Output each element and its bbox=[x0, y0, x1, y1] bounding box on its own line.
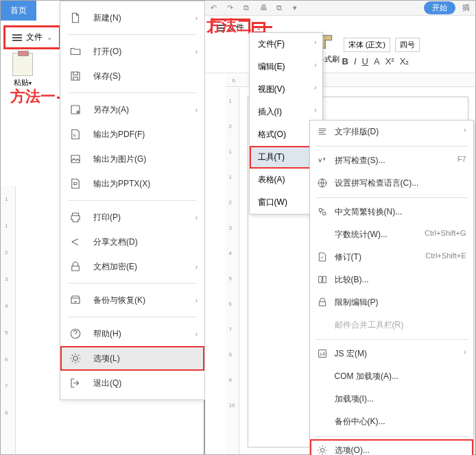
exit-icon bbox=[69, 377, 82, 389]
menu-item-backup[interactable]: 备份与恢复(K)› bbox=[60, 288, 204, 312]
underline-button[interactable]: U bbox=[362, 56, 368, 66]
file-menu-button[interactable]: 文件 ⌄ bbox=[7, 29, 58, 46]
classic-menu-文件[interactable]: 文件(F)› bbox=[250, 33, 322, 56]
tools-item[interactable]: 字数统计(W)...Ctrl+Shift+G bbox=[310, 223, 473, 246]
file-dropdown-menu: 新建(N)›打开(O)›保存(S)另存为(A)›输出为PDF(F)输出为图片(G… bbox=[60, 1, 205, 400]
tools-item[interactable]: COM 加载项(A)... bbox=[310, 365, 473, 388]
tab-home[interactable]: 首页 bbox=[1, 1, 36, 21]
tools-item[interactable]: 设置拼写检查语言(C)... bbox=[310, 172, 473, 195]
menu-label: 修订(T) bbox=[335, 252, 361, 262]
saveas-icon bbox=[69, 103, 82, 116]
menu-item-help[interactable]: 帮助(H)› bbox=[60, 321, 204, 346]
menu-item-pptx[interactable]: 输出为PPTX(X) bbox=[60, 171, 204, 196]
insert-tab[interactable]: 插 bbox=[462, 3, 470, 13]
rev-icon bbox=[317, 251, 328, 262]
tools-item[interactable]: 选项(O)... bbox=[310, 439, 473, 455]
menu-item-saveas[interactable]: 另存为(A)› bbox=[60, 97, 204, 122]
superscript-button[interactable]: X² bbox=[385, 56, 394, 66]
lock-icon bbox=[69, 260, 82, 273]
tools-item[interactable]: 修订(T)Ctrl+Shift+E bbox=[310, 246, 473, 269]
menu-item-share[interactable]: 分享文档(D) bbox=[60, 230, 204, 254]
tools-submenu: 文字排版(D)›拼写检查(S)...F7设置拼写检查语言(C)...中文简繁转换… bbox=[309, 120, 474, 455]
clipboard-icon bbox=[12, 53, 33, 76]
menu-item-label: 帮助(H) bbox=[93, 328, 121, 340]
menu-item-print[interactable]: 打印(P)› bbox=[60, 205, 204, 230]
menu-label: 设置拼写检查语言(C)... bbox=[335, 178, 419, 188]
classic-menu-视图[interactable]: 视图(V)› bbox=[250, 78, 322, 101]
tools-item[interactable]: 比较(B)... bbox=[310, 269, 473, 291]
menu-item-label: 输出为PDF(F) bbox=[93, 129, 145, 140]
tools-item[interactable]: JS 宏(M)› bbox=[310, 343, 473, 365]
menu-item-label: 新建(N) bbox=[93, 12, 121, 24]
menu-item-label: 分享文档(D) bbox=[93, 236, 138, 248]
italic-button[interactable]: I bbox=[354, 56, 357, 66]
cn-icon bbox=[317, 206, 328, 217]
tools-item[interactable]: 文字排版(D)› bbox=[310, 121, 473, 143]
menu-label: 邮件合并工具栏(R) bbox=[335, 320, 404, 330]
classic-menu-编辑[interactable]: 编辑(E)› bbox=[250, 56, 322, 78]
text-icon bbox=[317, 126, 328, 137]
menu-label: 拼写检查(S)... bbox=[335, 156, 385, 165]
hamburger-icon bbox=[12, 37, 22, 38]
menu-item-pdf[interactable]: 输出为PDF(F) bbox=[60, 122, 204, 147]
start-tab[interactable]: 开始 bbox=[424, 1, 455, 14]
menu-item-img[interactable]: 输出为图片(G) bbox=[60, 147, 204, 171]
shortcut-label: Ctrl+Shift+G bbox=[425, 229, 466, 237]
menu-label: 表格(A) bbox=[258, 175, 285, 184]
menu-label: 工具(T) bbox=[258, 152, 285, 162]
menu-label: 加载项(I)... bbox=[335, 394, 374, 404]
menu-label: COM 加载项(A)... bbox=[335, 371, 398, 381]
menu-label: 字数统计(W)... bbox=[335, 230, 388, 239]
print-icon bbox=[69, 211, 82, 223]
tools-item: 邮件合并工具栏(R) bbox=[310, 314, 473, 336]
vertical-ruler-left: 112345678 bbox=[1, 186, 16, 454]
preview-icon[interactable]: ⧉ bbox=[276, 3, 286, 13]
tools-item[interactable]: 中文简繁转换(N)... bbox=[310, 201, 473, 223]
tools-item[interactable]: 加载项(I)... bbox=[310, 388, 473, 410]
tools-item[interactable]: 备份中心(K)... bbox=[310, 410, 473, 433]
redo-icon[interactable]: ↷ bbox=[227, 3, 237, 13]
paste-button[interactable]: 粘贴▾ bbox=[3, 53, 42, 88]
chevron-right-icon: › bbox=[195, 330, 198, 338]
chevron-right-icon: › bbox=[195, 48, 198, 56]
share-icon bbox=[69, 236, 82, 248]
print-quick-icon[interactable]: 🖶 bbox=[260, 3, 270, 13]
more-icon[interactable]: ▾ bbox=[293, 3, 302, 13]
chevron-right-icon: › bbox=[195, 263, 198, 271]
paste-label: 粘贴 bbox=[14, 78, 29, 86]
menu-item-save[interactable]: 保存(S) bbox=[60, 64, 204, 88]
menu-item-label: 保存(S) bbox=[93, 71, 121, 82]
shortcut-label: F7 bbox=[457, 155, 466, 163]
menu-label: 比较(B)... bbox=[335, 275, 369, 284]
menu-item-option[interactable]: 选项(L) bbox=[60, 346, 204, 371]
file-menu-label: 文件 bbox=[26, 32, 43, 43]
tools-item[interactable]: 拼写检查(S)...F7 bbox=[310, 149, 473, 172]
limit-icon bbox=[317, 297, 328, 308]
menu-label: 视图(V) bbox=[258, 84, 285, 94]
menu-item-label: 打印(P) bbox=[93, 212, 121, 223]
font-size-select[interactable]: 四号 bbox=[395, 38, 420, 52]
tools-item[interactable]: 限制编辑(P) bbox=[310, 291, 473, 314]
chevron-right-icon: › bbox=[195, 214, 198, 221]
menu-item-label: 输出为PPTX(X) bbox=[93, 178, 150, 190]
chevron-right-icon: › bbox=[464, 348, 466, 356]
undo-icon[interactable]: ↶ bbox=[211, 3, 220, 13]
menu-item-new[interactable]: 新建(N)› bbox=[60, 5, 204, 30]
quick-access-toolbar: ↶ ↷ ⧉ 🖶 ⧉ ▾ 开始 插 bbox=[205, 1, 475, 16]
menu-label: 选项(O)... bbox=[335, 445, 370, 455]
font-effect-button[interactable]: A bbox=[374, 56, 380, 66]
menu-item-label: 选项(L) bbox=[93, 353, 120, 365]
menu-item-open[interactable]: 打开(O)› bbox=[60, 39, 204, 64]
option-icon bbox=[317, 445, 328, 455]
chevron-right-icon: › bbox=[464, 126, 466, 134]
subscript-button[interactable]: X₂ bbox=[400, 56, 409, 66]
menu-label: 插入(I) bbox=[258, 107, 282, 116]
menu-item-exit[interactable]: 退出(Q) bbox=[60, 371, 204, 395]
chevron-right-icon: › bbox=[195, 106, 198, 114]
chevron-down-icon: ⌄ bbox=[47, 34, 52, 41]
highlight-box-file-method1: 文件 ⌄ bbox=[3, 25, 61, 49]
font-name-select[interactable]: 宋体 (正文) bbox=[344, 38, 390, 52]
img-icon bbox=[69, 153, 82, 165]
menu-item-lock[interactable]: 文档加密(E)› bbox=[60, 254, 204, 279]
copy-icon[interactable]: ⧉ bbox=[243, 3, 253, 13]
